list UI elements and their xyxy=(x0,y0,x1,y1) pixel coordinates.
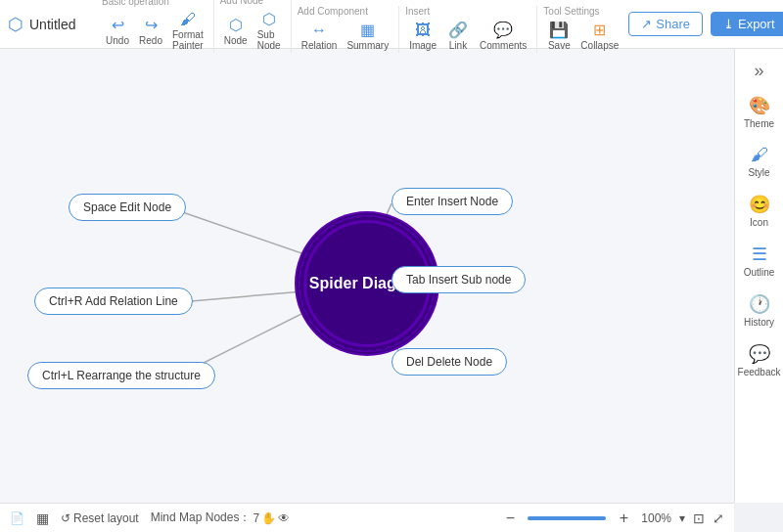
icon-label: Icon xyxy=(750,217,768,228)
hand-icon: ✋ xyxy=(261,511,276,525)
share-button[interactable]: ↗ Share xyxy=(628,12,703,36)
save-label: Save xyxy=(548,40,571,51)
app-icon: ⬡ xyxy=(8,14,23,35)
save-icon: 💾 xyxy=(549,21,569,39)
feedback-label: Feedback xyxy=(738,367,781,377)
toolbar-group-tool-settings: Tool Settings 💾 Save ⊞ Collapse xyxy=(537,6,628,53)
nodes-info: Mind Map Nodes： 7 ✋ 👁 xyxy=(151,510,290,526)
style-icon: 🖌 xyxy=(751,145,768,165)
toolbar-group-add-node: Add Node ⬡ Node ⬡ Sub Node xyxy=(214,0,292,53)
relation-label: Relation xyxy=(301,40,338,51)
node-tab-insert[interactable]: Tab Insert Sub node xyxy=(392,266,526,293)
toolbar: Basic operation ↩ Undo ↪ Redo 🖌 Format P… xyxy=(86,0,628,53)
summary-icon: ▦ xyxy=(360,21,375,39)
undo-label: Undo xyxy=(106,35,129,46)
export-button[interactable]: ⤓ Export xyxy=(711,12,783,36)
nodes-label: Mind Map Nodes： xyxy=(151,510,252,526)
redo-label: Redo xyxy=(139,35,162,46)
relation-icon: ↔ xyxy=(311,22,327,39)
toolbar-add-component-items: ↔ Relation ▦ Summary xyxy=(298,19,393,53)
undo-button[interactable]: ↩ Undo xyxy=(102,14,133,48)
node-ctrl-l[interactable]: Ctrl+L Rearrange the structure xyxy=(27,362,215,389)
sidebar-item-theme[interactable]: 🎨 Theme xyxy=(735,89,783,135)
zoom-controls: − + 100% ▾ ⊡ ⤢ xyxy=(500,510,724,527)
zoom-bar-fill xyxy=(528,516,606,520)
history-label: History xyxy=(744,317,774,328)
relation-button[interactable]: ↔ Relation xyxy=(298,20,342,53)
sub-node-icon: ⬡ xyxy=(262,10,276,28)
link-label: Link xyxy=(449,40,467,51)
fit-screen-button[interactable]: ⊡ xyxy=(693,510,705,526)
collapse-button[interactable]: ⊞ Collapse xyxy=(576,19,622,53)
node-space-edit[interactable]: Space Edit Node xyxy=(69,194,186,221)
comments-label: Comments xyxy=(480,40,527,51)
node-label: Node xyxy=(224,35,248,46)
node-icon: ⬡ xyxy=(229,16,243,34)
redo-button[interactable]: ↪ Redo xyxy=(135,14,166,48)
zoom-out-button[interactable]: − xyxy=(500,510,520,527)
node-button[interactable]: ⬡ Node xyxy=(220,14,252,48)
sidebar-item-icon[interactable]: 😊 Icon xyxy=(735,188,783,234)
eye-icon: 👁 xyxy=(278,511,290,525)
sidebar-collapse-button[interactable]: » xyxy=(735,57,783,85)
comments-icon: 💬 xyxy=(493,21,513,39)
share-label: Share xyxy=(656,17,690,31)
fullscreen-button[interactable]: ⤢ xyxy=(713,510,724,526)
right-sidebar: » 🎨 Theme 🖌 Style 😊 Icon ☰ Outline 🕐 His… xyxy=(734,49,783,503)
header-actions: ↗ Share ⤓ Export xyxy=(628,12,783,36)
toolbar-group-insert-label: Insert xyxy=(405,6,430,17)
toolbar-group-add-node-label: Add Node xyxy=(220,0,263,6)
theme-label: Theme xyxy=(744,118,774,129)
main: Spider Diagram Space Edit Node Enter Ins… xyxy=(0,49,783,503)
share-icon: ↗ xyxy=(641,17,652,31)
page-icon: 📄 xyxy=(10,511,24,525)
reset-layout-button[interactable]: ↺ Reset layout xyxy=(61,511,139,525)
toolbar-group-add-component-label: Add Component xyxy=(298,6,368,17)
svg-line-3 xyxy=(191,291,303,301)
sidebar-item-outline[interactable]: ☰ Outline xyxy=(735,238,783,284)
image-icon: 🖼 xyxy=(415,22,431,39)
sidebar-item-style[interactable]: 🖌 Style xyxy=(735,139,783,184)
toolbar-group-tool-settings-label: Tool Settings xyxy=(543,6,599,17)
zoom-dropdown-icon[interactable]: ▾ xyxy=(679,511,685,525)
toolbar-group-add-component: Add Component ↔ Relation ▦ Summary xyxy=(292,6,400,53)
format-painter-button[interactable]: 🖌 Format Painter xyxy=(168,9,207,53)
image-label: Image xyxy=(409,40,437,51)
redo-icon: ↪ xyxy=(145,16,158,34)
node-del-delete[interactable]: Del Delete Node xyxy=(392,348,507,376)
sub-node-label: Sub Node xyxy=(257,29,281,51)
style-label: Style xyxy=(748,167,769,178)
theme-icon: 🎨 xyxy=(749,95,770,116)
outline-label: Outline xyxy=(744,267,775,278)
save-button[interactable]: 💾 Save xyxy=(543,19,575,53)
sidebar-item-history[interactable]: 🕐 History xyxy=(735,288,783,333)
canvas[interactable]: Spider Diagram Space Edit Node Enter Ins… xyxy=(0,49,734,503)
history-icon: 🕐 xyxy=(749,293,770,315)
sidebar-item-feedback[interactable]: 💬 Feedback xyxy=(735,337,783,383)
collapse-icon: ⊞ xyxy=(593,21,606,39)
app-title: ⬡ Untitled xyxy=(8,14,86,35)
reset-layout-label: Reset layout xyxy=(73,511,139,525)
sub-node-button[interactable]: ⬡ Sub Node xyxy=(253,8,285,53)
export-icon: ⤓ xyxy=(723,17,734,31)
node-enter-insert[interactable]: Enter Insert Node xyxy=(392,188,513,215)
node-ctrl-r[interactable]: Ctrl+R Add Relation Line xyxy=(34,288,193,315)
zoom-bar[interactable] xyxy=(528,516,606,520)
grid-icon: ▦ xyxy=(36,510,49,526)
toolbar-insert-items: 🖼 Image 🔗 Link 💬 Comments xyxy=(405,19,530,53)
app-title-text: Untitled xyxy=(29,17,75,32)
toolbar-tool-settings-items: 💾 Save ⊞ Collapse xyxy=(543,19,622,53)
format-painter-icon: 🖌 xyxy=(180,11,196,28)
zoom-percent: 100% xyxy=(641,511,671,525)
icon-panel-icon: 😊 xyxy=(749,194,770,215)
zoom-in-button[interactable]: + xyxy=(614,510,633,527)
summary-button[interactable]: ▦ Summary xyxy=(343,19,392,53)
undo-icon: ↩ xyxy=(112,16,124,34)
image-button[interactable]: 🖼 Image xyxy=(405,20,440,53)
outline-icon: ☰ xyxy=(752,244,767,265)
toolbar-add-node-items: ⬡ Node ⬡ Sub Node xyxy=(220,8,285,53)
toolbar-group-basic: Basic operation ↩ Undo ↪ Redo 🖌 Format P… xyxy=(96,0,214,53)
format-painter-label: Format Painter xyxy=(172,29,204,51)
comments-button[interactable]: 💬 Comments xyxy=(476,19,530,53)
link-button[interactable]: 🔗 Link xyxy=(442,19,474,53)
